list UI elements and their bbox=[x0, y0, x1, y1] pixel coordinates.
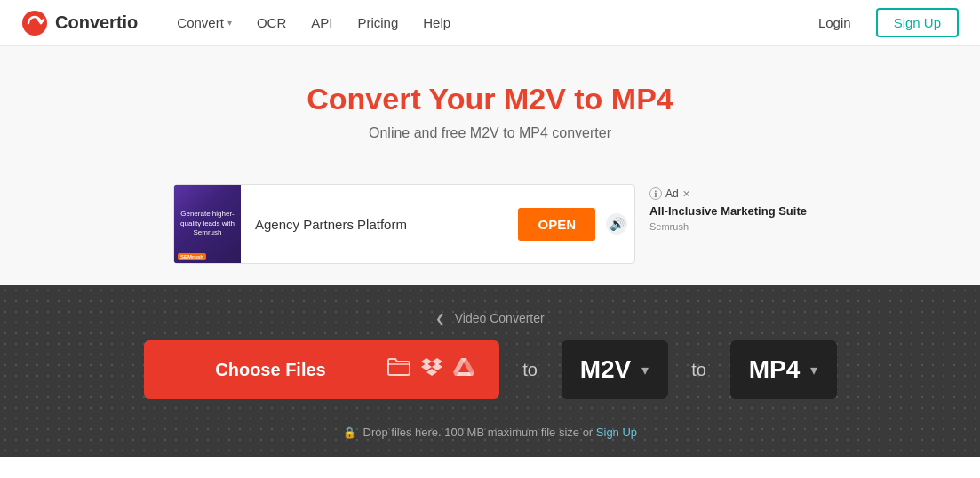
ad-image-text: Generate higher-quality leads with Semru… bbox=[174, 206, 241, 241]
ad-container: Generate higher-quality leads with Semru… bbox=[0, 184, 980, 285]
header: Convertio Convert ▾ OCR API Pricing Help… bbox=[0, 0, 980, 46]
choose-files-label: Choose Files bbox=[169, 360, 373, 380]
ad-close-icon[interactable]: 🔊 bbox=[606, 213, 627, 235]
to-label: to bbox=[517, 360, 544, 380]
svg-marker-8 bbox=[453, 358, 466, 372]
file-icons-area bbox=[387, 357, 474, 382]
logo[interactable]: Convertio bbox=[21, 10, 138, 36]
google-drive-icon bbox=[453, 357, 474, 382]
ad-x-icon: ✕ bbox=[682, 188, 690, 200]
choose-files-button[interactable]: Choose Files bbox=[144, 340, 499, 399]
login-button[interactable]: Login bbox=[808, 10, 862, 36]
breadcrumb-link[interactable]: Video Converter bbox=[455, 311, 545, 325]
from-format-dropdown[interactable]: M2V ▾ bbox=[562, 340, 668, 399]
convert-chevron-icon: ▾ bbox=[227, 18, 232, 28]
to-format-chevron-icon: ▾ bbox=[810, 362, 817, 378]
to-format-label: MP4 bbox=[749, 355, 801, 384]
signup-button[interactable]: Sign Up bbox=[876, 8, 959, 37]
nav-ocr[interactable]: OCR bbox=[246, 10, 297, 36]
from-format-label: M2V bbox=[580, 355, 632, 384]
svg-marker-4 bbox=[421, 363, 432, 370]
svg-marker-6 bbox=[426, 369, 437, 376]
to-format-dropdown[interactable]: MP4 ▾ bbox=[730, 340, 837, 399]
ad-side-brand: Semrush bbox=[649, 221, 689, 232]
nav-pricing[interactable]: Pricing bbox=[347, 10, 409, 36]
nav: Convert ▾ OCR API Pricing Help bbox=[166, 10, 808, 36]
logo-icon bbox=[21, 10, 48, 36]
drop-info-text: Drop files here. 100 MB maximum file siz… bbox=[363, 426, 594, 439]
drop-zone-info: 🔒 Drop files here. 100 MB maximum file s… bbox=[0, 417, 980, 457]
logo-text: Convertio bbox=[55, 12, 138, 33]
lock-icon: 🔒 bbox=[343, 426, 356, 439]
ad-info-icon: ℹ bbox=[649, 187, 662, 200]
converter-controls: Choose Files bbox=[0, 340, 980, 417]
breadcrumb-chevron-icon: ❮ bbox=[435, 312, 445, 325]
ad-side-info: ℹ Ad ✕ bbox=[649, 187, 690, 200]
folder-icon bbox=[387, 357, 410, 382]
nav-api[interactable]: API bbox=[300, 10, 343, 36]
ad-side: ℹ Ad ✕ All-Inclusive Marketing Suite Sem… bbox=[649, 184, 807, 232]
ad-open-button[interactable]: OPEN bbox=[518, 208, 595, 241]
from-format-chevron-icon: ▾ bbox=[641, 362, 649, 378]
hero-subtitle: Online and free M2V to MP4 converter bbox=[18, 125, 962, 141]
hero-title: Convert Your M2V to MP4 bbox=[18, 82, 962, 116]
header-right: Login Sign Up bbox=[808, 8, 959, 37]
ad-content-text: Agency Partners Platform bbox=[241, 217, 518, 232]
svg-marker-5 bbox=[432, 363, 442, 370]
hero-section: Convert Your M2V to MP4 Online and free … bbox=[0, 46, 980, 184]
to-label-2: to bbox=[686, 360, 713, 380]
ad-side-title: All-Inclusive Marketing Suite bbox=[649, 203, 807, 219]
dropbox-icon bbox=[421, 357, 442, 382]
ad-banner: Generate higher-quality leads with Semru… bbox=[173, 184, 635, 264]
ad-info-label: Ad bbox=[665, 187, 679, 200]
breadcrumb-bar: ❮ Video Converter bbox=[0, 303, 980, 340]
nav-convert[interactable]: Convert ▾ bbox=[166, 10, 243, 36]
nav-help[interactable]: Help bbox=[412, 10, 461, 36]
svg-point-0 bbox=[22, 11, 47, 36]
ad-image: Generate higher-quality leads with Semru… bbox=[174, 184, 241, 264]
signup-link[interactable]: Sign Up bbox=[596, 426, 637, 439]
converter-section: ❮ Video Converter Choose Files bbox=[0, 285, 980, 457]
ad-semrush-logo: SEMrush bbox=[178, 253, 206, 260]
